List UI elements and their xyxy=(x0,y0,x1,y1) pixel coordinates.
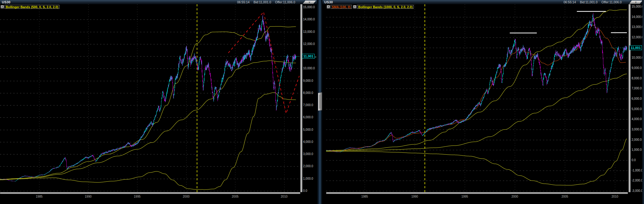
window-right-border xyxy=(642,0,644,204)
clock-label: 06:55:14 xyxy=(564,0,576,4)
indicator-chip: ×Bollinger Bands (1000, 0, S, 2.0, 2.0) xyxy=(353,5,414,9)
indicator-chip: ×Bollinger Bands (500, 0, S, 2.0, 2.0) xyxy=(1,5,59,9)
current-price-decimal: 0 xyxy=(315,56,316,58)
y-axis-label: 2,000.0 xyxy=(632,138,642,141)
x-axis-label: 2010 xyxy=(279,195,289,198)
indicator-chip-row: ×Bollinger Bands (500, 0, S, 2.0, 2.0) xyxy=(1,5,59,9)
indicator-close-icon[interactable]: × xyxy=(327,5,330,9)
x-axis-label: 1990 xyxy=(410,195,420,198)
indicator-chip-row: ×SMA (100, 0)×Bollinger Bands (1000, 0, … xyxy=(327,5,414,9)
price-axis-scrollbar[interactable] xyxy=(629,4,631,192)
y-axis-label: 5,000.0 xyxy=(632,107,642,111)
y-axis-label: 14,000.0 xyxy=(632,15,643,19)
x-axis-label: 1985 xyxy=(34,195,44,198)
y-axis-label: -1,000.0 xyxy=(632,169,643,172)
current-price-value: 11,001 xyxy=(302,54,315,59)
y-axis-label: 10,000.0 xyxy=(632,56,643,59)
clock-label: 06:55:14 xyxy=(237,0,250,4)
chevron-down-icon[interactable]: ∨ xyxy=(629,1,642,4)
y-axis-label: 1,000.0 xyxy=(303,177,313,180)
y-axis-label: 15,000.0 xyxy=(303,5,315,9)
x-axis-label: 1985 xyxy=(359,195,370,198)
indicator-label[interactable]: Bollinger Bands (1000, 0, S, 2.0, 2.0) xyxy=(357,5,414,9)
y-axis-label: 8,000.0 xyxy=(303,91,313,95)
y-axis-label: 8,000.0 xyxy=(632,77,642,80)
y-axis-label: 9,000.0 xyxy=(632,66,642,70)
indicator-chip: ×SMA (100, 0) xyxy=(327,5,352,9)
y-axis-label: 12,000.0 xyxy=(632,36,643,39)
y-axis-label: 13,000.0 xyxy=(303,30,315,33)
offer-label: Offer:11,006.0 xyxy=(275,0,295,4)
x-axis-label: 2000 xyxy=(510,195,520,198)
chevron-down-icon[interactable]: ∨ xyxy=(303,1,316,4)
y-axis-label: -2,000.0 xyxy=(632,179,643,182)
chart-titlebar: US30 06:55:14 Bid:11,001.0 Offer:11,006.… xyxy=(0,0,322,4)
x-axis-label: 1995 xyxy=(132,195,142,198)
symbol-title: US30 xyxy=(2,0,10,4)
y-axis-label: 4,000.0 xyxy=(303,140,313,143)
x-axis-label: 2000 xyxy=(181,195,191,198)
x-axis-label: 1995 xyxy=(460,195,470,198)
y-axis-label: -3,000.0 xyxy=(632,189,643,192)
bid-label: Bid:11,001.0 xyxy=(580,0,598,4)
y-axis-label: 6,000.0 xyxy=(303,116,313,119)
time-scrollbar[interactable] xyxy=(0,192,300,194)
indicator-label[interactable]: Bollinger Bands (500, 0, S, 2.0, 2.0) xyxy=(5,5,59,9)
x-axis-label: 1990 xyxy=(83,195,93,198)
x-axis-label: 2005 xyxy=(230,195,240,198)
y-axis-label: 5,000.0 xyxy=(303,128,313,131)
y-axis-label: 0.0 xyxy=(303,189,307,192)
indicator-close-icon[interactable]: × xyxy=(1,5,4,9)
chart-titlebar: US30 06:55:14 Bid:11,001.0 Offer:11,006.… xyxy=(322,0,644,4)
price-axis-scrollbar[interactable] xyxy=(300,4,302,192)
y-axis-label: 13,000.0 xyxy=(632,25,643,29)
time-scrollbar[interactable] xyxy=(326,192,628,194)
y-axis-label: 2,000.0 xyxy=(303,164,313,168)
y-axis-label: 3,000.0 xyxy=(303,152,313,156)
offer-label: Offer:11,006.0 xyxy=(602,0,622,4)
y-axis-label: 0.0 xyxy=(632,158,636,162)
chart-panel-left: US30 06:55:14 Bid:11,001.0 Offer:11,006.… xyxy=(0,0,322,204)
y-axis-label: 4,000.0 xyxy=(632,117,642,121)
panel-splitter-handle[interactable] xyxy=(318,92,322,111)
price-chart-canvas[interactable] xyxy=(0,4,300,192)
y-axis-label: 3,000.0 xyxy=(632,128,642,131)
price-chart-canvas[interactable] xyxy=(326,4,628,192)
symbol-title: US30 xyxy=(324,0,333,4)
x-axis-label: 2010 xyxy=(610,195,620,198)
chart-panel-right: US30 06:55:14 Bid:11,001.0 Offer:11,006.… xyxy=(322,0,644,204)
y-axis-label: 15,000.0 xyxy=(632,5,643,8)
current-price-tag: 11,0010 xyxy=(302,54,316,59)
indicator-close-icon[interactable]: × xyxy=(353,5,356,9)
y-axis-label: 10,000.0 xyxy=(303,67,315,70)
indicator-label[interactable]: SMA (100, 0) xyxy=(331,5,352,9)
y-axis-label: 6,000.0 xyxy=(632,97,642,100)
bid-label: Bid:11,001.0 xyxy=(254,0,271,4)
current-price-tag: 11,0010 xyxy=(629,45,644,50)
y-axis-label: 14,000.0 xyxy=(303,18,315,21)
current-price-value: 11,001 xyxy=(629,45,642,50)
y-axis-label: 9,000.0 xyxy=(303,79,313,82)
y-axis-label: 7,000.0 xyxy=(303,103,313,107)
y-axis-label: 12,000.0 xyxy=(303,42,315,46)
x-axis-label: 2005 xyxy=(560,195,570,198)
y-axis-label: 7,000.0 xyxy=(632,87,642,90)
y-axis-label: 1,000.0 xyxy=(632,148,642,151)
